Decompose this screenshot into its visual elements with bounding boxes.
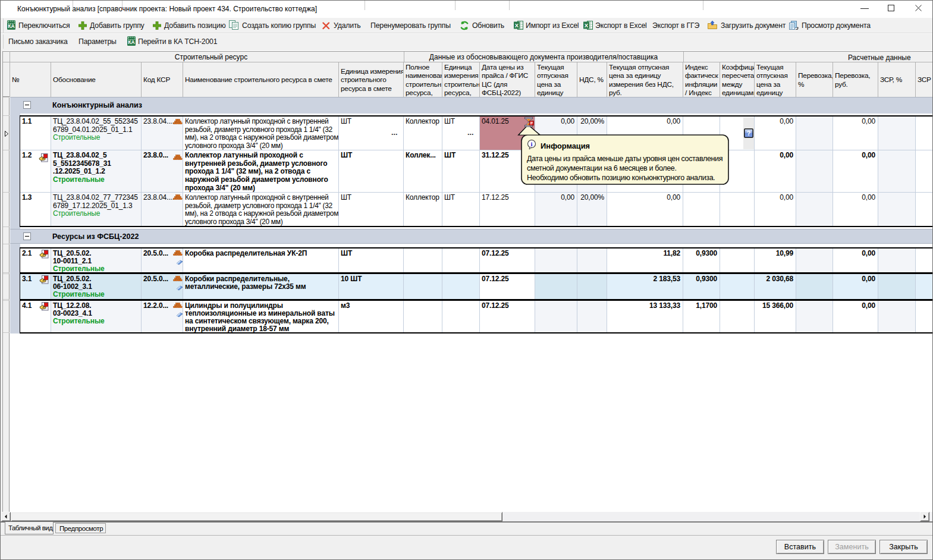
svg-text:i: i — [531, 141, 533, 147]
